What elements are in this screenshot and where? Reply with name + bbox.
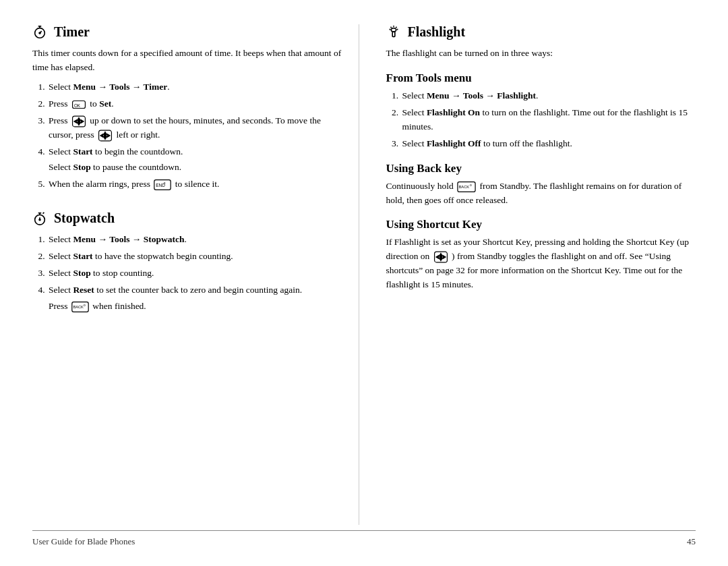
flashlight-icon [386, 25, 401, 40]
stopwatch-step-2: Select Start to have the stopwatch begin… [47, 250, 342, 264]
timer-step-5: When the alarm rings, press END o to sil… [47, 177, 342, 192]
timer-step-4-sub: Select Stop to pause the countdown. [49, 161, 342, 175]
right-column: Flashlight The flashlight can be turned … [381, 24, 696, 525]
svg-rect-32 [392, 32, 395, 36]
timer-step-4: Select Start to begin the countdown. Sel… [47, 145, 342, 175]
svg-text:o: o [164, 181, 166, 185]
left-column: Timer This timer counts down for a speci… [32, 24, 359, 525]
svg-point-46 [439, 256, 442, 258]
timer-section: Timer This timer counts down for a speci… [32, 24, 342, 192]
stopwatch-step-3: Select Stop to stop counting. [47, 266, 342, 281]
svg-line-34 [396, 26, 396, 27]
timer-step-1: Select Menu → Tools → Timer. [47, 80, 342, 94]
footer-left: User Guide for Blade Phones [32, 536, 135, 547]
set-icon: OK [71, 98, 86, 111]
svg-line-25 [43, 213, 44, 214]
svg-point-12 [78, 120, 80, 122]
svg-text:BACK: BACK [459, 185, 470, 189]
svg-marker-17 [107, 134, 110, 137]
svg-text:BACK: BACK [73, 305, 84, 309]
svg-point-31 [391, 28, 396, 32]
page: Timer This timer counts down for a speci… [0, 0, 728, 566]
stopwatch-step-4: Select Reset to set the counter back to … [47, 283, 342, 314]
from-tools-title: From Tools menu [386, 72, 696, 85]
from-tools-steps: Select Menu → Tools → Flashlight. Select… [401, 89, 696, 151]
flashlight-section: Flashlight The flashlight can be turned … [386, 24, 696, 292]
timer-step-3: Press up or down to set the ho [47, 114, 342, 142]
shortcut-key-text: If Flashlight is set as your Shortcut Ke… [386, 235, 696, 292]
end-icon: END o [154, 179, 171, 191]
content-area: Timer This timer counts down for a speci… [32, 24, 696, 525]
svg-marker-11 [81, 119, 84, 123]
footer-right: 45 [687, 536, 696, 547]
from-tools-step-3: Select Flashlight Off to turn off the fl… [401, 137, 696, 151]
timer-title: Timer [32, 24, 342, 40]
stopwatch-step-1: Select Menu → Tools → Stopwatch. [47, 233, 342, 247]
timer-intro: This timer counts down for a specified a… [32, 47, 342, 75]
back-key-text: Continuously hold BACK o from Standby. T… [386, 179, 696, 208]
svg-point-27 [39, 219, 40, 221]
nav-icon-1 [71, 115, 86, 128]
svg-text:OK: OK [74, 103, 81, 107]
back-icon-stopwatch: BACK o [71, 301, 89, 313]
stopwatch-icon [32, 211, 47, 226]
svg-text:o: o [84, 304, 86, 307]
nav-icon-2 [98, 129, 113, 142]
svg-marker-45 [443, 256, 446, 259]
svg-point-18 [104, 134, 107, 136]
back-key-title: Using Back key [386, 162, 696, 175]
svg-marker-44 [436, 256, 439, 259]
from-tools-step-1: Select Menu → Tools → Flashlight. [401, 89, 696, 103]
shortcut-key-title: Using Shortcut Key [386, 218, 696, 231]
svg-marker-42 [439, 254, 442, 256]
svg-marker-43 [439, 258, 442, 261]
stopwatch-section: Stopwatch Select Menu → Tools → Stopwatc… [32, 210, 342, 314]
flashlight-title: Flashlight [386, 24, 696, 40]
timer-step-2: Press OK to Set. [47, 97, 342, 111]
timer-steps: Select Menu → Tools → Timer. Press OK to… [47, 80, 342, 192]
stopwatch-title: Stopwatch [32, 210, 342, 226]
flashlight-intro: The flashlight can be turned on in three… [386, 47, 696, 61]
svg-marker-16 [100, 134, 103, 137]
svg-line-35 [390, 26, 391, 27]
nav-icon-shortcut [433, 250, 448, 264]
svg-text:o: o [470, 183, 472, 187]
svg-point-4 [39, 32, 40, 34]
footer: User Guide for Blade Phones 45 [32, 530, 696, 547]
svg-marker-10 [74, 119, 77, 123]
from-tools-step-2: Select Flashlight On to turn on the flas… [401, 106, 696, 134]
timer-icon [32, 25, 47, 40]
stopwatch-steps: Select Menu → Tools → Stopwatch. Select … [47, 233, 342, 314]
back-icon-flashlight: BACK o [457, 181, 476, 193]
stopwatch-step-4-sub: Press BACK o when finished. [49, 300, 342, 314]
